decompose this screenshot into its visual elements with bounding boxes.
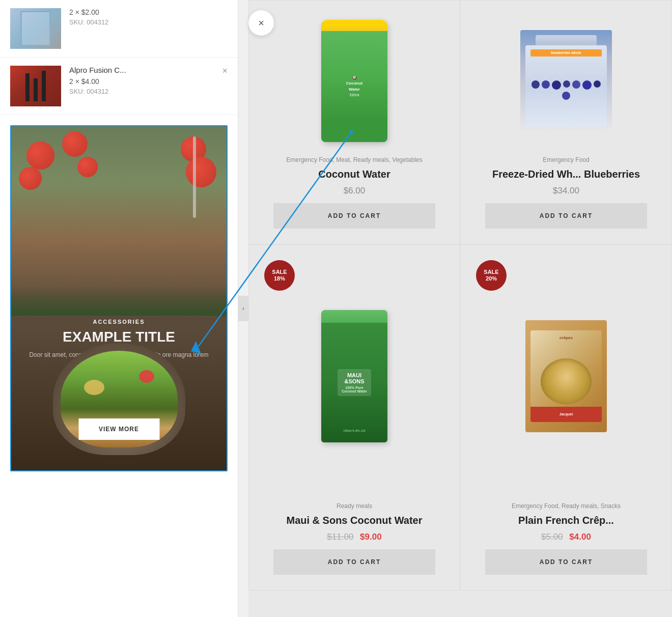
cart-item-info: 2 × $2.00 SKU: 004312 <box>69 8 228 26</box>
product-image: crêpes Jacquet <box>525 320 607 432</box>
cart-item-name: Alpro Fusion C... <box>69 66 228 74</box>
remove-item-button[interactable]: × <box>222 66 228 76</box>
blueberry-dot <box>563 80 570 88</box>
blueberry-dot <box>572 80 580 89</box>
promo-category: ACCESSORIES <box>21 319 216 325</box>
product-category: Ready meals <box>337 502 372 511</box>
original-price: $11.00 <box>327 532 353 542</box>
tomato-decoration <box>77 157 98 177</box>
product-grid: 🥥CoconutWater530ml Emergency Food, Meat,… <box>248 0 672 617</box>
product-price: $34.00 <box>553 186 579 196</box>
product-card: SALE 20% crêpes Jacquet Emergency Food, … <box>460 244 672 591</box>
blueberry-dot <box>582 80 592 90</box>
product-image-wrap: 🥥CoconutWater530ml <box>259 11 450 151</box>
add-to-cart-button[interactable]: ADD TO CART <box>273 203 435 229</box>
maui-tagline: 100% PureCoconut Water <box>342 386 367 393</box>
product-image-wrap: MAUI&SONS 100% PureCoconut Water 150ml 5… <box>259 255 450 497</box>
product-thumbnail <box>20 11 51 46</box>
jar-body: blueberries whole <box>525 45 607 127</box>
product-category: Emergency Food, Meat, Ready meals, Veget… <box>286 156 422 164</box>
promo-card: ACCESSORIES EXAMPLE TITLE Door sit amet,… <box>10 125 228 471</box>
sale-badge: SALE 18% <box>264 260 295 291</box>
tomato-decoration <box>62 131 88 157</box>
close-icon: × <box>258 17 264 29</box>
product-card: SALE 18% MAUI&SONS 100% PureCoconut Wate… <box>248 244 460 591</box>
blueberry-dot <box>562 92 570 100</box>
can-label-area: MAUI&SONS 100% PureCoconut Water <box>338 369 371 396</box>
herb-decoration <box>11 285 227 316</box>
cart-item-info: Alpro Fusion C... 2 × $4.00 SKU: 004312 <box>69 66 228 95</box>
cart-item-qty: 2 × $4.00 <box>69 77 228 86</box>
add-to-cart-button[interactable]: ADD TO CART <box>273 549 435 575</box>
tomato-decoration <box>19 167 42 190</box>
label-tag-text: blueberries whole <box>551 51 581 54</box>
cart-item: Alpro Fusion C... 2 × $4.00 SKU: 004312 … <box>0 58 238 115</box>
promo-food-bowl <box>11 328 227 470</box>
product-category: Emergency Food, Ready meals, Snacks <box>512 502 621 511</box>
cart-item-image <box>10 66 61 106</box>
label-tag: blueberries whole <box>530 49 602 57</box>
product-price: $5.00 $4.00 <box>541 532 591 542</box>
original-price: $5.00 <box>541 532 563 542</box>
product-name: Maui & Sons Coconut Water <box>286 514 422 527</box>
cart-item: 2 × $2.00 SKU: 004312 <box>0 0 238 58</box>
sale-percent: 20% <box>486 275 497 282</box>
promo-background-art <box>11 126 227 316</box>
product-price: $11.00 $9.00 <box>327 532 381 542</box>
product-price: $6.00 <box>344 186 366 196</box>
crepes-label-text: crêpes <box>530 335 602 340</box>
add-to-cart-button[interactable]: ADD TO CART <box>485 549 647 575</box>
product-image: 🥥CoconutWater530ml <box>321 20 387 142</box>
cart-sidebar: 2 × $2.00 SKU: 004312 Alpro Fusion C... … <box>0 0 238 617</box>
add-to-cart-button[interactable]: ADD TO CART <box>485 203 647 229</box>
blueberry-dot <box>531 80 540 89</box>
product-image-wrap: blueberries whole <box>471 11 661 151</box>
sale-label: SALE <box>484 269 498 275</box>
blueberry-dots <box>525 68 607 104</box>
fork-decoration <box>193 136 196 218</box>
blueberry-dot <box>594 80 601 88</box>
cart-item-sku: SKU: 004312 <box>69 88 228 95</box>
product-name: Plain French Crêp... <box>518 514 614 527</box>
maui-brand-text: MAUI&SONS <box>342 372 367 384</box>
salad-egg <box>84 380 104 395</box>
sale-badge: SALE 20% <box>476 260 507 291</box>
blueberry-dot <box>542 80 550 89</box>
product-card: blueberries whole <box>460 0 672 244</box>
can-volume: 150ml 5.4FL.OZ <box>343 429 365 432</box>
product-image: MAUI&SONS 100% PureCoconut Water 150ml 5… <box>321 310 387 442</box>
sale-price: $9.00 <box>360 532 382 542</box>
view-more-button[interactable]: VIEW MORE <box>78 418 159 440</box>
brand-label: Jacquet <box>530 407 602 422</box>
close-button[interactable]: × <box>248 10 274 36</box>
blueberry-dot <box>552 80 561 90</box>
blueberry-container: blueberries whole <box>525 35 607 127</box>
cart-item-image <box>10 8 61 49</box>
tomato-decoration <box>186 157 216 187</box>
can-label-text: 🥥CoconutWater530ml <box>343 75 366 98</box>
crepe-circle <box>541 358 592 404</box>
sale-percent: 18% <box>274 275 285 282</box>
product-thumbnail <box>23 71 48 101</box>
cart-item-qty: 2 × $2.00 <box>69 8 228 16</box>
sale-price: $4.00 <box>569 532 591 542</box>
sidebar-collapse-handle[interactable]: ‹ <box>238 296 248 321</box>
cart-item-sku: SKU: 004312 <box>69 18 228 26</box>
sale-label: SALE <box>272 269 287 275</box>
product-image: blueberries whole <box>520 30 612 132</box>
product-image-wrap: crêpes Jacquet <box>471 255 661 497</box>
product-name: Freeze-Dried Wh... Blueberries <box>492 167 640 181</box>
product-card: 🥥CoconutWater530ml Emergency Food, Meat,… <box>248 0 460 244</box>
brand-label-text: Jacquet <box>559 412 573 416</box>
product-name: Coconut Water <box>318 167 390 181</box>
tomato-decoration <box>26 142 54 170</box>
salad-tomato <box>139 370 154 383</box>
crepes-package: crêpes Jacquet <box>530 330 602 422</box>
product-category: Emergency Food <box>543 156 589 164</box>
can-body: 🥥CoconutWater530ml <box>321 31 387 142</box>
can-main-body: MAUI&SONS 100% PureCoconut Water 150ml 5… <box>321 323 387 442</box>
promo-background: ACCESSORIES EXAMPLE TITLE Door sit amet,… <box>11 126 227 470</box>
